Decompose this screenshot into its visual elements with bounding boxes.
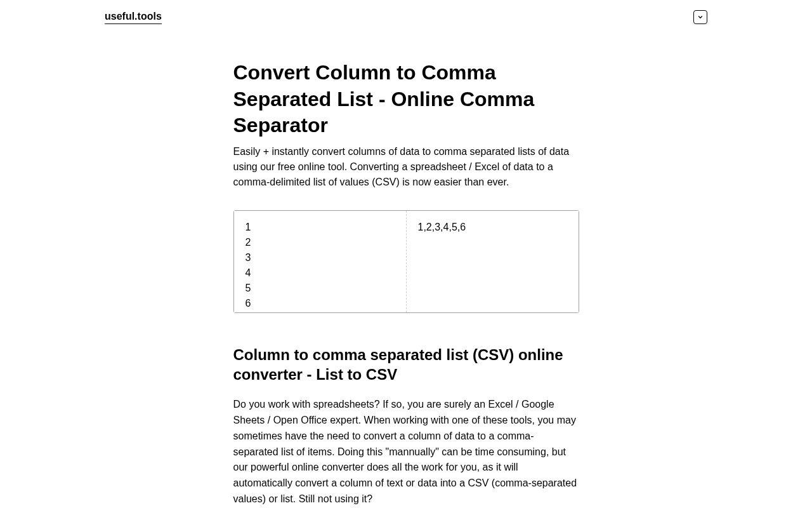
- menu-toggle-button[interactable]: [693, 10, 707, 24]
- page-subtitle: Easily + instantly convert columns of da…: [233, 144, 579, 190]
- page-title: Convert Column to Comma Separated List -…: [233, 60, 579, 139]
- column-input[interactable]: [234, 211, 407, 312]
- site-logo[interactable]: useful.tools: [105, 11, 162, 24]
- csv-output[interactable]: [407, 211, 579, 312]
- section-heading: Column to comma separated list (CSV) onl…: [233, 345, 579, 384]
- header: useful.tools: [0, 0, 812, 34]
- converter-panel: [233, 210, 579, 313]
- chevron-down-icon: [697, 13, 704, 22]
- main-content: Convert Column to Comma Separated List -…: [233, 34, 579, 508]
- section-body: Do you work with spreadsheets? If so, yo…: [233, 397, 579, 507]
